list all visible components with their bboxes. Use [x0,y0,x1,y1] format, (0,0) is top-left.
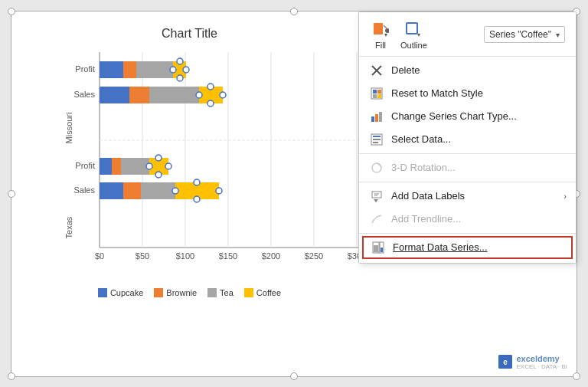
bar-texas-profit-cupcake[interactable] [100,158,112,175]
series-dropdown-arrow: ▾ [556,31,560,39]
svg-point-8 [170,67,176,73]
legend-swatch-coffee [244,288,253,297]
context-menu: Delete Reset to Match Style Change Serie… [359,57,576,263]
bar-texas-sales-cupcake[interactable] [100,182,123,199]
x-label-200: $200 [262,251,280,261]
bar-texas-profit-tea[interactable] [121,158,149,175]
bar-missouri-profit-brownie[interactable] [123,61,136,78]
watermark-logo-svg: e [498,355,512,369]
legend-label-tea: Tea [220,288,234,297]
legend-cupcake: Cupcake [98,288,143,297]
rotation-icon [370,161,384,175]
handle-tl[interactable] [8,8,15,15]
trendline-icon [370,212,384,226]
format-series-icon [371,241,385,254]
handle-tc[interactable] [290,8,298,15]
menu-item-format-series[interactable]: Format Data Series... [362,236,573,259]
legend-label-coffee: Coffee [256,288,281,297]
chart-title: Chart Title [19,19,360,44]
svg-point-17 [146,163,152,169]
svg-rect-39 [371,116,374,122]
bar-texas-sales-tea[interactable] [141,182,175,199]
format-panel: ▾ Fill ▾ Outline Series "Coffee" ▾ [358,11,577,264]
svg-rect-35 [373,90,377,93]
bar-texas-sales-brownie[interactable] [123,182,141,199]
legend-swatch-cupcake [98,288,107,297]
svg-rect-38 [377,94,381,98]
handle-br[interactable] [573,372,580,380]
menu-label-3d-rotation: 3-D Rotation... [391,162,456,173]
svg-text:e: e [504,358,508,366]
svg-rect-47 [372,192,381,198]
menu-item-reset[interactable]: Reset to Match Style [359,82,576,105]
menu-item-add-trendline: Add Trendline... [359,208,576,231]
svg-point-22 [216,188,222,194]
labels-icon [370,189,384,203]
excel-chart-container: Chart Title Missouri Texas [11,11,577,377]
bar-label-missouri-sales: Sales [74,90,95,99]
svg-point-24 [194,196,200,202]
menu-item-3d-rotation: 3-D Rotation... [359,156,576,179]
svg-point-18 [165,163,172,169]
bar-missouri-sales-tea[interactable] [149,87,199,103]
legend-swatch-tea [207,288,217,297]
svg-rect-41 [379,112,382,122]
svg-rect-55 [381,248,383,252]
svg-point-21 [172,188,178,194]
svg-rect-44 [373,139,381,140]
legend-label-cupcake: Cupcake [110,288,143,297]
handle-bc[interactable] [290,372,298,380]
region-label-missouri: Missouri [64,112,74,143]
svg-text:▾: ▾ [417,31,420,37]
legend-tea: Tea [207,288,234,297]
select-data-icon [370,133,384,146]
menu-label-reset: Reset to Match Style [391,87,483,99]
svg-rect-54 [374,245,378,252]
chart-type-icon [370,110,384,123]
menu-item-delete[interactable]: Delete [359,59,576,82]
bar-missouri-sales-cupcake[interactable] [100,87,129,103]
series-dropdown-label: Series "Coffee" [489,29,551,40]
menu-label-change-type: Change Series Chart Type... [391,110,517,122]
svg-point-13 [220,92,226,98]
svg-point-15 [207,100,214,107]
x-label-0: $0 [95,251,104,261]
menu-item-add-labels[interactable]: Add Data Labels › [359,185,576,208]
bar-missouri-sales-brownie[interactable] [129,87,149,103]
legend-coffee: Coffee [244,288,281,297]
svg-rect-43 [373,136,381,137]
chart-area: Chart Title Missouri Texas [19,19,360,356]
outline-svg: ▾ [405,21,422,37]
x-label-50: $50 [136,251,149,261]
svg-rect-30 [407,23,417,34]
chart-svg: Missouri Texas [61,44,398,282]
x-label-100: $100 [176,251,194,261]
svg-rect-36 [377,90,381,93]
bar-label-texas-profit: Profit [75,161,95,170]
bar-missouri-profit-tea[interactable] [136,61,173,78]
svg-rect-25 [374,23,383,32]
watermark-text-block: exceldemy EXCEL · DATA · BI [516,354,567,370]
handle-ml[interactable] [8,190,15,198]
bar-label-texas-sales: Sales [74,185,95,195]
bar-texas-profit-brownie[interactable] [112,158,121,175]
fill-button[interactable]: ▾ Fill [370,20,391,50]
bar-missouri-profit-cupcake[interactable] [100,61,123,78]
watermark-logo: e [498,355,512,369]
svg-rect-37 [373,94,377,98]
menu-item-select-data[interactable]: Select Data... [359,128,576,151]
svg-text:▾: ▾ [384,31,387,37]
outline-button[interactable]: ▾ Outline [400,20,427,50]
svg-point-20 [155,172,162,178]
legend-brownie: Brownie [154,288,197,297]
series-dropdown[interactable]: Series "Coffee" ▾ [484,26,565,43]
svg-point-19 [155,155,162,161]
svg-point-12 [196,92,202,98]
add-labels-arrow: › [564,192,567,201]
menu-item-change-type[interactable]: Change Series Chart Type... [359,105,576,128]
reset-icon [370,87,384,100]
handle-bl[interactable] [8,372,15,380]
svg-point-10 [177,58,183,64]
outline-icon: ▾ [403,20,424,38]
watermark-brand: exceldemy [516,354,559,363]
